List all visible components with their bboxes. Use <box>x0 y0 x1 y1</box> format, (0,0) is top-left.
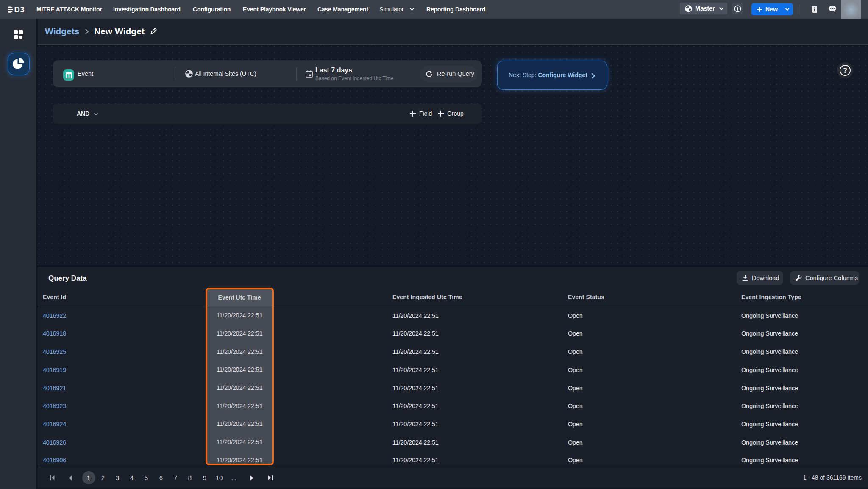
svg-text:D3: D3 <box>14 6 25 13</box>
svg-text:?: ? <box>843 67 847 74</box>
